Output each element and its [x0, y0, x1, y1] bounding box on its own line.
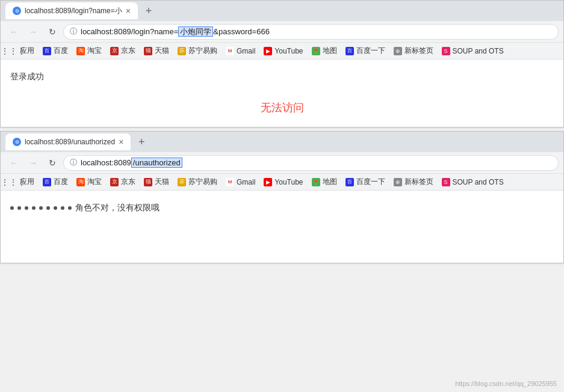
jd-icon-2: 京: [110, 178, 119, 186]
forward-btn-1[interactable]: →: [25, 23, 42, 40]
new-tab-btn-2[interactable]: +: [133, 133, 150, 150]
bm-soup-label-1: SOUP and OTS: [453, 47, 504, 55]
tmall-icon-2: 猫: [144, 178, 152, 186]
bm-tmall-label-2: 天猫: [155, 177, 169, 187]
bm-tmall-label-1: 天猫: [155, 46, 169, 56]
bm-soup-2[interactable]: S SOUP and OTS: [438, 177, 507, 188]
dot-9: [68, 206, 72, 210]
dot-6: [46, 206, 50, 210]
apps-icon-1: ⋮⋮⋮: [9, 47, 17, 55]
bm-apps-label-2: 应用: [20, 177, 34, 187]
dot-2: [17, 206, 21, 210]
dot-1: [10, 206, 14, 210]
apps-icon-2: ⋮⋮⋮: [9, 178, 17, 186]
dot-4: [32, 206, 36, 210]
bm-gmail-label-1: Gmail: [237, 47, 255, 55]
tab-favicon-2: ⚙: [13, 138, 21, 146]
refresh-btn-2[interactable]: ↻: [44, 155, 61, 171]
back-btn-1[interactable]: ←: [5, 23, 22, 40]
bm-map-2[interactable]: 📍 地图: [308, 176, 341, 188]
address-bar-2[interactable]: ⓘ localhost:8089/unauthorized: [63, 155, 559, 171]
bm-soup-1[interactable]: S SOUP and OTS: [438, 46, 507, 57]
unauthorized-content: 角色不对，没有权限哦: [1, 191, 563, 263]
map-icon-1: 📍: [312, 47, 320, 55]
url-prefix-2: localhost:8089: [81, 158, 131, 167]
soup-icon-1: S: [442, 47, 450, 55]
jd-icon-1: 京: [110, 47, 119, 55]
secure-icon-2: ⓘ: [70, 158, 77, 168]
tab-bar-1: ⚙ localhost:8089/login?name=小 × +: [1, 1, 563, 21]
suning-icon-1: 苏: [178, 47, 186, 55]
bm-jd-1[interactable]: 京 京东: [107, 44, 139, 57]
dot-3: [25, 206, 28, 210]
back-btn-2[interactable]: ←: [5, 155, 22, 171]
bm-tmall-1[interactable]: 猫 天猫: [140, 44, 173, 57]
bm-baidu-label-1: 百度: [54, 46, 68, 56]
tab-favicon-1: ⚙: [13, 7, 21, 15]
bm-gmail-2[interactable]: M Gmail: [222, 177, 259, 188]
refresh-btn-1[interactable]: ↻: [44, 23, 61, 40]
bm-baidu-1[interactable]: 百 百度: [39, 44, 72, 57]
soup-icon-2: S: [442, 178, 450, 186]
bm-youtube-2[interactable]: ▶ YouTube: [260, 177, 306, 188]
nav-bar-2: ← → ↻ ⓘ localhost:8089/unauthorized: [1, 152, 563, 174]
youtube-icon-1: ▶: [264, 47, 272, 55]
taobao-icon-2: 淘: [76, 178, 85, 186]
forward-btn-2[interactable]: →: [25, 155, 42, 171]
url-text-1: localhost:8089/login?name=小炮同学&password=…: [81, 26, 552, 37]
tab-2[interactable]: ⚙ localhost:8089/unauthorized ×: [5, 133, 131, 150]
bm-suning-2[interactable]: 苏 苏宁易购: [174, 176, 221, 188]
bm-map-1[interactable]: 📍 地图: [308, 44, 341, 57]
youtube-icon-2: ▶: [264, 178, 272, 186]
bm-suning-1[interactable]: 苏 苏宁易购: [174, 44, 221, 57]
tab-title-2: localhost:8089/unauthorized: [25, 138, 115, 146]
tab-1[interactable]: ⚙ localhost:8089/login?name=小 ×: [5, 2, 138, 19]
tab-bar-2: ⚙ localhost:8089/unauthorized × +: [1, 132, 563, 152]
url-text-2: localhost:8089/unauthorized: [81, 158, 552, 167]
bm-taobao-label-1: 淘宝: [87, 46, 102, 56]
new-tab-btn-1[interactable]: +: [140, 2, 157, 19]
page-content-1: 登录成功 无法访问: [1, 60, 563, 127]
bm-youtube-label-2: YouTube: [274, 178, 303, 186]
dot-5: [39, 206, 43, 210]
bm-apps-1[interactable]: ⋮⋮⋮ 应用: [5, 44, 38, 57]
baidusearch-icon-2: 百: [346, 178, 354, 186]
dot-8: [61, 206, 64, 210]
bm-jd-2[interactable]: 京 京东: [107, 176, 139, 188]
taobao-icon-1: 淘: [76, 47, 85, 55]
gmail-icon-2: M: [226, 178, 234, 186]
bm-map-label-2: 地图: [323, 177, 337, 187]
tab-title-1: localhost:8089/login?name=小: [25, 6, 122, 16]
bm-apps-2[interactable]: ⋮⋮⋮ 应用: [5, 176, 38, 188]
bm-tmall-2[interactable]: 猫 天猫: [140, 176, 173, 188]
baidu-icon-1: 百: [43, 47, 51, 55]
bm-baidusearch-label-1: 百度一下: [356, 46, 385, 56]
address-bar-1[interactable]: ⓘ localhost:8089/login?name=小炮同学&passwor…: [63, 24, 559, 40]
tab-close-2[interactable]: ×: [119, 137, 123, 147]
bookmarks-bar-1: ⋮⋮⋮ 应用 百 百度 淘 淘宝 京 京东 猫 天猫 苏 苏宁易购 M Gmai…: [1, 43, 563, 60]
bm-taobao-1[interactable]: 淘 淘宝: [73, 44, 105, 57]
unauthorized-row: 角色不对，没有权限哦: [10, 203, 554, 213]
baidu-icon-2: 百: [43, 178, 51, 186]
bm-newtab-label-2: 新标签页: [404, 177, 433, 187]
bm-youtube-1[interactable]: ▶ YouTube: [260, 46, 306, 57]
bm-soup-label-2: SOUP and OTS: [453, 178, 504, 186]
bm-taobao-2[interactable]: 淘 淘宝: [73, 176, 105, 188]
url-highlight-1: 小炮同学: [178, 26, 213, 37]
url-prefix-1: localhost:8089/login?name=: [81, 27, 178, 36]
bm-baidu-2[interactable]: 百 百度: [39, 176, 72, 188]
nav-bar-1: ← → ↻ ⓘ localhost:8089/login?name=小炮同学&p…: [1, 21, 563, 43]
bm-jd-label-1: 京东: [121, 46, 135, 56]
cannot-access-text: 无法访问: [10, 100, 554, 115]
bm-baidusearch-1[interactable]: 百 百度一下: [342, 44, 389, 57]
tab-close-1[interactable]: ×: [126, 6, 131, 16]
login-success-text: 登录成功: [10, 72, 554, 82]
map-icon-2: 📍: [312, 178, 320, 186]
bm-newtab-2[interactable]: ⊕ 新标签页: [390, 176, 437, 188]
bm-newtab-1[interactable]: ⊕ 新标签页: [390, 44, 437, 57]
bm-gmail-1[interactable]: M Gmail: [222, 46, 259, 57]
bm-taobao-label-2: 淘宝: [87, 177, 102, 187]
bm-baidusearch-2[interactable]: 百 百度一下: [342, 176, 389, 188]
baidusearch-icon-1: 百: [346, 47, 354, 55]
newtab-icon-1: ⊕: [394, 47, 402, 55]
